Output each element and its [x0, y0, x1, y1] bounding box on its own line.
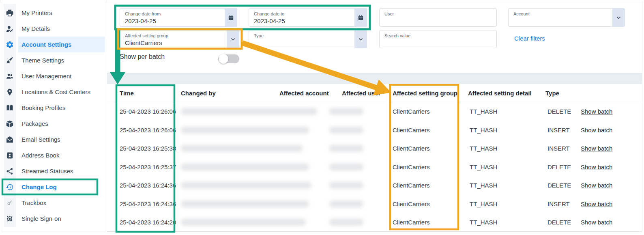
clear-filters-link[interactable]: Clear filters — [514, 35, 545, 42]
sidebar-item-address-book[interactable]: Address Book — [1, 147, 106, 163]
type-cell: DELETE — [547, 158, 571, 177]
setting-group-cell: ClientCarriers — [393, 213, 430, 232]
redacted-changed-by — [181, 201, 309, 207]
type-cell: INSERT — [547, 139, 570, 158]
redacted-changed-by — [181, 108, 317, 115]
table-header-row: Time Changed by Affected account Affecte… — [107, 84, 642, 102]
affected-setting-group-dropdown[interactable]: Affected setting group ClientCarriers — [120, 30, 239, 48]
sidebar-item-trackbox[interactable]: Trackbox — [1, 195, 106, 211]
field-value: 2023-04-25 — [125, 17, 156, 24]
sidebar-item-account-settings[interactable]: Account Settings — [1, 37, 106, 52]
time-cell: 25-04-2023 16:24:36 — [120, 195, 176, 213]
column-header-time[interactable]: Time — [120, 84, 134, 102]
sidebar-item-label: Email Settings — [21, 132, 60, 147]
show-batch-link[interactable]: Show batch — [581, 213, 612, 232]
users-icon — [4, 72, 15, 80]
envelope-icon — [4, 135, 15, 144]
setting-group-cell: ClientCarriers — [393, 102, 430, 121]
field-label: Account — [513, 11, 530, 16]
column-header-changed-by[interactable]: Changed by — [181, 84, 216, 102]
column-header-affected-setting-group[interactable]: Affected setting group — [393, 84, 457, 102]
column-header-type[interactable]: Type — [545, 84, 559, 102]
column-header-affected-account[interactable]: Affected account — [279, 84, 329, 102]
time-cell: 25-04-2023 16:26:06 — [120, 102, 176, 121]
show-per-batch-toggle[interactable] — [218, 54, 239, 63]
show-batch-link[interactable]: Show batch — [581, 176, 612, 195]
setting-group-cell: ClientCarriers — [393, 121, 430, 140]
sidebar-item-label: Address Book — [21, 147, 59, 163]
column-header-affected-user[interactable]: Affected user — [342, 84, 381, 102]
show-batch-link[interactable]: Show batch — [581, 139, 612, 158]
share-network-icon — [4, 167, 15, 175]
field-value: 2023-04-25 — [254, 17, 285, 24]
type-cell: DELETE — [547, 176, 571, 195]
calendar-icon[interactable] — [225, 8, 237, 27]
calendar-icon[interactable] — [354, 8, 367, 27]
chevron-down-icon[interactable] — [354, 30, 367, 48]
setting-group-cell: ClientCarriers — [393, 195, 430, 213]
table-top-band — [107, 73, 642, 84]
redacted-affected-account — [329, 219, 363, 226]
sidebar-item-label: Packages — [21, 116, 48, 132]
sidebar-item-label: Account Settings — [21, 37, 71, 52]
redacted-affected-account — [329, 201, 363, 207]
field-label: Type — [254, 33, 264, 38]
chevron-down-icon[interactable] — [227, 30, 239, 48]
sidebar-item-label: My Details — [21, 21, 50, 37]
field-label: Search value — [384, 33, 410, 38]
sidebar-item-label: Trackbox — [21, 195, 46, 211]
change-date-from-field[interactable]: Change date from 2023-04-25 — [120, 8, 237, 27]
settings-sidebar: My Printers My Details Account Settings … — [1, 1, 106, 231]
field-label: User — [384, 11, 394, 16]
package-icon — [4, 119, 15, 128]
sidebar-item-booking-profiles[interactable]: Booking Profiles — [1, 100, 106, 116]
setting-detail-cell: TT_HASH — [470, 102, 497, 121]
sidebar-item-label: Streamed Statuses — [21, 163, 73, 179]
user-field[interactable]: User — [379, 8, 497, 27]
column-header-affected-setting-detail[interactable]: Affected setting detail — [468, 84, 532, 102]
type-cell: DELETE — [547, 213, 571, 232]
table-row: 25-04-2023 16:25:37 ClientCarriers TT_HA… — [107, 158, 642, 177]
setting-group-cell: ClientCarriers — [393, 176, 430, 195]
chevron-down-icon[interactable] — [612, 8, 625, 27]
sidebar-item-change-log[interactable]: Change Log — [1, 179, 106, 195]
sidebar-item-label: Locations & Cost Centers — [21, 84, 90, 100]
sidebar-item-label: Change Log — [21, 179, 57, 195]
show-batch-link[interactable]: Show batch — [581, 121, 612, 140]
search-value-field[interactable]: Search value — [379, 30, 497, 48]
sidebar-item-my-details[interactable]: My Details — [1, 21, 106, 37]
printer-icon — [4, 9, 15, 17]
redacted-affected-account — [329, 182, 363, 189]
show-batch-link[interactable]: Show batch — [581, 102, 612, 121]
sidebar-item-locations-cost-centers[interactable]: Locations & Cost Centers — [1, 84, 106, 100]
type-dropdown[interactable]: Type — [249, 30, 367, 48]
sidebar-item-label: User Management — [21, 68, 71, 84]
sidebar-item-single-sign-on[interactable]: Single Sign-on — [1, 211, 106, 226]
table-row: 25-04-2023 16:26:06 ClientCarriers TT_HA… — [107, 121, 642, 140]
setting-detail-cell: TT_HASH — [470, 213, 497, 232]
show-batch-link[interactable]: Show batch — [581, 195, 612, 213]
change-date-to-field[interactable]: Change date to 2023-04-25 — [249, 8, 367, 27]
sidebar-item-packages[interactable]: Packages — [1, 116, 106, 132]
field-label: Affected setting group — [125, 33, 168, 38]
redacted-affected-account — [329, 108, 363, 115]
time-cell: 25-04-2023 16:24:36 — [120, 176, 176, 195]
book-icon — [4, 103, 15, 112]
sidebar-item-my-printers[interactable]: My Printers — [1, 5, 106, 21]
redacted-affected-account — [329, 145, 363, 152]
sidebar-item-user-management[interactable]: User Management — [1, 68, 106, 84]
table-row: 25-04-2023 16:26:06 ClientCarriers TT_HA… — [107, 102, 642, 121]
field-label: Change date to — [254, 11, 284, 16]
setting-detail-cell: TT_HASH — [470, 139, 497, 158]
sidebar-item-email-settings[interactable]: Email Settings — [1, 132, 106, 147]
show-batch-link[interactable]: Show batch — [581, 158, 612, 177]
location-pin-icon — [4, 88, 15, 96]
redacted-changed-by — [181, 145, 303, 152]
account-dropdown[interactable]: Account — [508, 8, 625, 27]
table-row: 25-04-2023 16:24:20 ClientCarriers TT_HA… — [107, 213, 642, 232]
sidebar-item-theme-settings[interactable]: Theme Settings — [1, 52, 106, 68]
sidebar-item-streamed-statuses[interactable]: Streamed Statuses — [1, 163, 106, 179]
field-label: Change date from — [125, 11, 161, 16]
contact-card-icon — [4, 151, 15, 160]
toggle-knob — [219, 54, 228, 64]
